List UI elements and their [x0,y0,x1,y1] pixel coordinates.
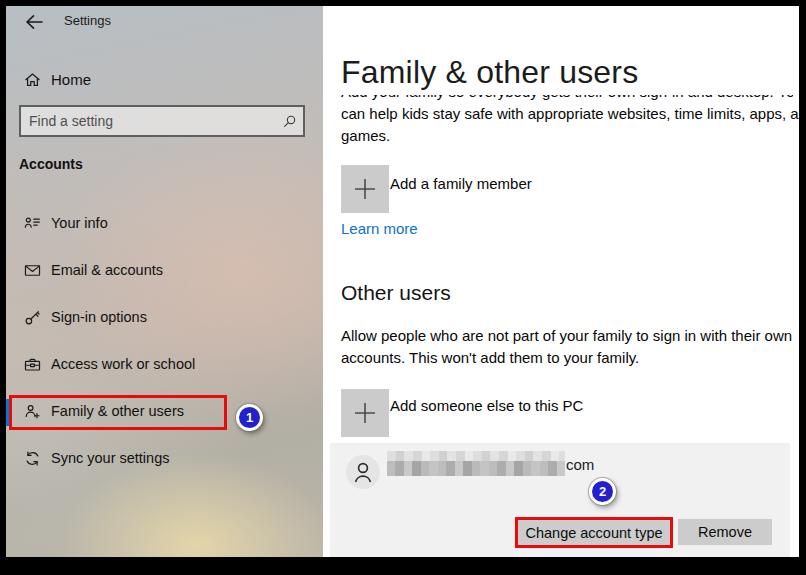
home-icon [23,70,42,89]
sidebar-item-label: Home [51,71,91,88]
sidebar-item-sync-settings[interactable]: Sync your settings [6,441,323,477]
briefcase-icon [23,355,42,374]
email-icon [23,261,42,280]
add-someone-else-label[interactable]: Add someone else to this PC [390,397,583,414]
screenshot-frame: Settings Home [0,0,806,575]
sidebar-item-label: Email & accounts [51,262,163,278]
annotation-step-badge-1: 1 [236,404,263,431]
annotation-highlight-box-2: Change account type [515,517,673,548]
learn-more-link[interactable]: Learn more [341,220,418,237]
sidebar-item-label: Sign-in options [51,309,147,325]
add-family-member-label[interactable]: Add a family member [390,175,532,192]
sidebar-item-sign-in-options[interactable]: Sign-in options [6,300,323,336]
plus-icon [341,165,389,213]
sidebar-item-label: Access work or school [51,356,195,372]
back-arrow-icon [23,11,45,33]
search-box[interactable] [19,105,305,137]
main-content: Family & other users Add your family so … [323,6,799,557]
annotation-step-badge-2: 2 [589,478,616,505]
sidebar: Settings Home [6,6,323,557]
account-email: com [387,451,594,476]
sidebar-item-label: Family & other users [51,403,184,419]
selected-item-accent-bar [6,399,11,426]
other-users-heading: Other users [341,281,451,305]
page-title: Family & other users [341,54,638,91]
sidebar-item-label: Your info [51,215,108,231]
sidebar-item-access-work-school[interactable]: Access work or school [6,347,323,383]
redacted-email-blur [387,451,565,476]
sidebar-item-label: Sync your settings [51,450,169,466]
person-add-icon [23,402,42,421]
sync-icon [23,449,42,468]
app-title: Settings [64,13,111,28]
add-family-member-button[interactable] [341,165,389,213]
settings-window: Settings Home [6,6,799,557]
other-users-description: Allow people who are not part of your fa… [341,325,793,369]
add-someone-else-button[interactable] [341,389,389,437]
sidebar-item-your-info[interactable]: Your info [6,206,323,242]
family-description: Add your family so everybody gets their … [341,95,793,147]
avatar [346,455,380,489]
email-suffix: com [565,456,594,476]
back-button[interactable] [21,11,47,33]
sidebar-item-family-other-users[interactable]: Family & other users [6,394,323,430]
sidebar-section-accounts: Accounts [19,156,83,172]
sidebar-item-home[interactable]: Home [6,63,323,97]
sidebar-item-email-accounts[interactable]: Email & accounts [6,253,323,289]
plus-icon [341,389,389,437]
search-icon[interactable] [275,107,303,135]
clipped-text-line: Add your family so everybody gets their … [341,95,793,103]
contact-info-icon [23,214,42,233]
key-icon [23,308,42,327]
change-account-type-button[interactable]: Change account type [518,520,670,545]
remove-button[interactable]: Remove [678,519,772,545]
search-input[interactable] [21,113,275,129]
